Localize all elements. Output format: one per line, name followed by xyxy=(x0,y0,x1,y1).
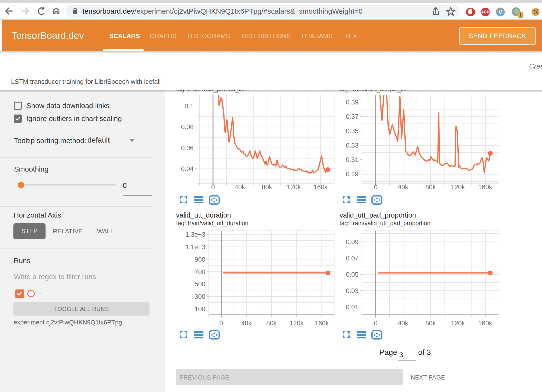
svg-text:1.1e+3: 1.1e+3 xyxy=(185,243,205,251)
svg-text:Page: Page xyxy=(379,348,397,357)
svg-text:tag: train/valid_utt_duration: tag: train/valid_utt_duration xyxy=(176,220,248,226)
svg-text:0.31: 0.31 xyxy=(346,156,358,163)
svg-text:160k: 160k xyxy=(315,320,329,327)
svg-text:120k: 120k xyxy=(451,184,465,191)
svg-text:1.3e+3: 1.3e+3 xyxy=(185,231,205,238)
svg-text:PREVIOUS PAGE: PREVIOUS PAGE xyxy=(179,374,229,381)
svg-text:0.09: 0.09 xyxy=(346,238,358,246)
svg-text:0: 0 xyxy=(219,320,223,327)
svg-text:0.39: 0.39 xyxy=(346,99,358,106)
svg-text:1: 1 xyxy=(519,13,522,17)
svg-text:0.35: 0.35 xyxy=(346,127,358,135)
svg-text:80k: 80k xyxy=(266,320,277,327)
svg-text:40k: 40k xyxy=(398,320,408,327)
svg-text:100: 100 xyxy=(195,306,205,313)
svg-text:0: 0 xyxy=(374,320,377,327)
svg-text:0: 0 xyxy=(211,184,215,191)
svg-text:40k: 40k xyxy=(398,184,408,191)
svg-text:40k: 40k xyxy=(241,320,252,327)
svg-text:300: 300 xyxy=(195,293,205,300)
svg-text:160k: 160k xyxy=(478,320,492,327)
svg-text:valid_utt_pad_proportion: valid_utt_pad_proportion xyxy=(340,211,416,219)
svg-text:0.29: 0.29 xyxy=(346,171,358,178)
svg-text:0.06: 0.06 xyxy=(181,144,194,152)
svg-text:160k: 160k xyxy=(478,184,492,191)
svg-text:valid_utt_duration: valid_utt_duration xyxy=(176,211,231,219)
svg-text:160k: 160k xyxy=(314,184,328,191)
svg-text:900: 900 xyxy=(195,256,205,263)
svg-text:0.05: 0.05 xyxy=(346,271,358,278)
svg-text:0.1: 0.1 xyxy=(185,103,194,110)
svg-text:V: V xyxy=(499,9,502,15)
svg-text:0.01: 0.01 xyxy=(346,304,358,311)
svg-text:0.03: 0.03 xyxy=(346,287,358,294)
svg-text:80k: 80k xyxy=(425,184,436,191)
svg-text:0.08: 0.08 xyxy=(181,123,194,131)
svg-text:0.04: 0.04 xyxy=(181,165,194,173)
svg-text:ABP: ABP xyxy=(481,10,489,14)
svg-text:3: 3 xyxy=(399,351,403,359)
svg-text:0.33: 0.33 xyxy=(346,142,358,149)
svg-text:of 3: of 3 xyxy=(418,348,431,357)
svg-text:0.07: 0.07 xyxy=(346,255,358,262)
svg-text:0: 0 xyxy=(374,184,377,191)
svg-text:120k: 120k xyxy=(290,320,304,327)
svg-text:120k: 120k xyxy=(451,320,465,327)
svg-text:40k: 40k xyxy=(235,184,245,191)
svg-text:120k: 120k xyxy=(287,184,301,191)
svg-text:80k: 80k xyxy=(262,184,272,191)
svg-text:80k: 80k xyxy=(425,320,436,327)
svg-text:500: 500 xyxy=(195,281,205,288)
svg-text:700: 700 xyxy=(195,268,205,276)
svg-text:0.37: 0.37 xyxy=(346,113,358,120)
svg-text:tag: train/valid_utt_pad_propo: tag: train/valid_utt_pad_proportion xyxy=(340,220,430,226)
svg-text:NEXT PAGE: NEXT PAGE xyxy=(411,374,445,381)
